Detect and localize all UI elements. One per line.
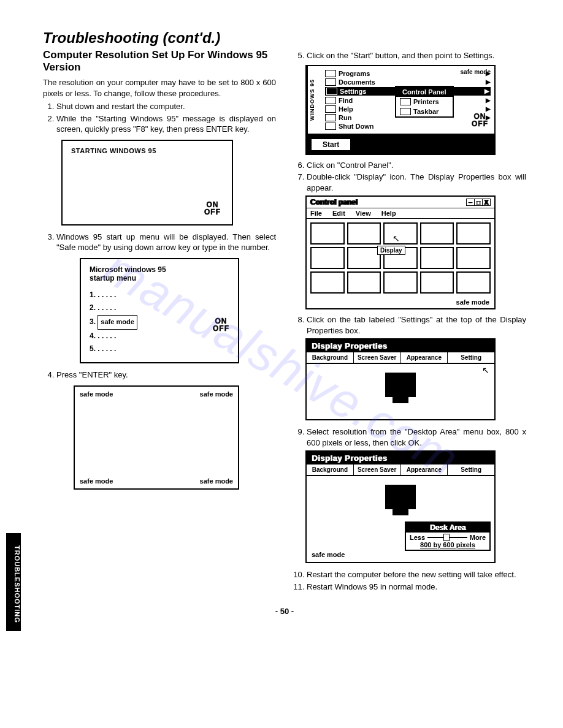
cursor-icon: ↖	[482, 365, 489, 375]
cp-menu-help[interactable]: Help	[381, 210, 396, 217]
window-buttons[interactable]: –□X	[467, 198, 491, 207]
intro-text: The resolution on your computer may have…	[43, 77, 276, 99]
safemode-bl: safe mode	[80, 477, 113, 485]
safemode-tr: safe mode	[200, 390, 233, 398]
cp-safemode: safe mode	[307, 297, 494, 308]
cp-icon[interactable]	[310, 222, 345, 245]
step-10: Restart the computer before the new sett…	[307, 569, 526, 580]
step-9: Select resolution from the "Desktop Area…	[307, 427, 526, 448]
fig2-item-2: 2. . . . . .	[90, 301, 229, 315]
submenu-taskbar[interactable]: Taskbar	[396, 107, 453, 116]
cp-icon[interactable]	[310, 271, 345, 294]
cp-icon[interactable]	[456, 222, 491, 245]
figure-startup-menu: Microsoft windows 95 startup menu 1. . .…	[80, 258, 239, 363]
figure-starting-windows: STARTING WINDOWS 95 ONOFF	[61, 140, 233, 226]
settings-submenu: Control Panel Printers Taskbar	[395, 86, 454, 118]
step-8: Click on the tab labeled "Settings" at t…	[307, 314, 526, 336]
submenu-controlpanel[interactable]: Control Panel	[396, 87, 453, 97]
tab-background[interactable]: Background	[307, 352, 354, 363]
tab-screensaver[interactable]: Screen Saver	[354, 464, 401, 475]
tab-settings[interactable]: Setting	[448, 352, 494, 363]
tab-appearance[interactable]: Appearance	[401, 464, 448, 475]
cp-icon[interactable]	[383, 271, 418, 294]
on-off-icon: ONOFF	[204, 201, 221, 216]
monitor-icon	[385, 485, 416, 509]
cp-title: Control panel	[310, 198, 358, 207]
windows-brand: WINDOWS 95	[307, 66, 321, 134]
on-off-icon: ONOFF	[213, 317, 229, 332]
fig2-item-3: 3. safe mode	[90, 315, 229, 330]
cp-menu-view[interactable]: View	[356, 210, 371, 217]
cp-icon[interactable]	[420, 271, 454, 294]
step-6: Click on "Control Panel".	[307, 160, 526, 171]
resolution-slider[interactable]	[427, 537, 467, 538]
resolution-value: 800 by 600 pixels	[410, 541, 486, 548]
fig2-item-4: 4. . . . . .	[90, 330, 229, 343]
monitor-icon	[385, 373, 416, 397]
step-2: While the "Starting Windows 95" message …	[56, 113, 276, 135]
fig2-title: Microsoft windows 95 startup menu	[90, 265, 229, 282]
page-title: Troubleshooting (cont'd.)	[43, 29, 526, 47]
cursor-icon: ↖	[393, 233, 400, 243]
slider-more: More	[470, 534, 486, 541]
fig2-item-5: 5. . . . . .	[90, 343, 229, 356]
cp-icon[interactable]	[456, 271, 491, 294]
cp-icon[interactable]	[420, 247, 454, 269]
deskarea-title: Desk Area	[406, 523, 489, 533]
cp-icon[interactable]	[420, 222, 454, 245]
fig1-title: STARTING WINDOWS 95	[71, 147, 223, 154]
tab-settings[interactable]: Setting	[448, 464, 494, 475]
cp-icon[interactable]	[347, 222, 381, 245]
dp-safemode: safe mode	[307, 550, 494, 562]
cp-icon[interactable]	[347, 271, 381, 294]
menu-documents[interactable]: Documents▶	[325, 78, 491, 86]
side-tab: TROUBLESHOOTING	[6, 533, 21, 631]
fig2-item-1: 1. . . . . .	[90, 289, 229, 302]
step-3: Windows 95 start up menu will be display…	[56, 232, 276, 253]
cp-icon[interactable]	[347, 247, 381, 269]
section-subtitle: Computer Resolution Set Up For Windows 9…	[43, 49, 276, 74]
step-4: Press "ENTER" key.	[56, 370, 276, 381]
step-7: Double-click "Display" icon. The Display…	[307, 172, 526, 193]
tab-screensaver[interactable]: Screen Saver	[354, 352, 401, 363]
tab-appearance[interactable]: Appearance	[401, 352, 448, 363]
dp-title: Display Properties	[307, 339, 494, 352]
page-number: - 50 -	[43, 607, 526, 616]
menu-shutdown[interactable]: Shut Down	[325, 123, 491, 130]
figure-safe-mode-screen: safe mode safe mode safe mode safe mode	[74, 385, 239, 490]
safemode-tl: safe mode	[80, 390, 113, 398]
cp-icon[interactable]	[310, 247, 345, 269]
figure-display-properties-2: Display Properties Background Screen Sav…	[305, 450, 496, 563]
figure-control-panel: Control panel –□X File Edit View Help	[305, 195, 496, 309]
submenu-printers[interactable]: Printers	[396, 97, 453, 107]
cp-menu-edit[interactable]: Edit	[332, 210, 345, 217]
slider-less: Less	[410, 534, 425, 541]
cp-icon[interactable]	[456, 247, 491, 269]
figure-display-properties-1: Display Properties Background Screen Sav…	[305, 338, 496, 420]
step-11: Restart Windows 95 in normal mode.	[307, 582, 526, 593]
figure-start-menu: WINDOWS 95 safe mode Programs▶ Documents…	[305, 65, 496, 155]
step-5: Click on the "Start" button, and then po…	[307, 50, 526, 61]
safemode-label: safe mode	[461, 69, 491, 75]
on-off-icon: ONOFF	[472, 113, 488, 127]
tab-background[interactable]: Background	[307, 464, 354, 475]
desktop-area-box: Desk Area Less More 800 by 600 pixels	[405, 521, 491, 551]
safe-mode-option: safe mode	[98, 315, 137, 330]
cp-menu-file[interactable]: File	[310, 210, 322, 217]
dp-title: Display Properties	[307, 452, 494, 464]
cp-display-label: Display	[377, 246, 405, 255]
cp-icon[interactable]	[383, 222, 418, 245]
start-button[interactable]: Start	[310, 138, 351, 151]
safemode-br: safe mode	[200, 477, 233, 485]
step-1: Shut down and restart the computer.	[56, 101, 276, 112]
